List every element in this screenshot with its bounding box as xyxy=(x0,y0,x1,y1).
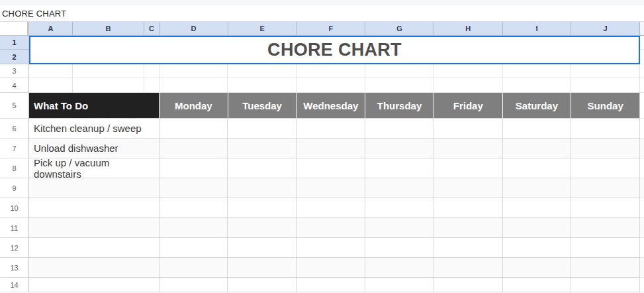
grid-cell[interactable] xyxy=(297,139,365,158)
grid-cell[interactable] xyxy=(160,238,228,258)
grid-cell[interactable] xyxy=(434,198,503,218)
grid-cell[interactable] xyxy=(434,64,503,78)
row-header-10[interactable]: 10 xyxy=(0,198,29,218)
grid-cell[interactable] xyxy=(365,198,434,218)
grid-cell[interactable] xyxy=(297,278,365,292)
grid-cell[interactable] xyxy=(228,278,297,292)
grid-cell[interactable] xyxy=(297,78,365,93)
grid-cell[interactable] xyxy=(571,78,640,93)
grid-cell[interactable] xyxy=(297,64,365,78)
grid-cell[interactable] xyxy=(160,139,228,158)
grid-cell[interactable] xyxy=(503,198,571,218)
day-header-friday[interactable]: Friday xyxy=(434,93,503,119)
grid-cell[interactable] xyxy=(503,64,571,78)
grid-cell[interactable] xyxy=(365,78,434,93)
grid-cell[interactable] xyxy=(434,119,503,139)
grid-cell[interactable] xyxy=(365,278,434,292)
grid-cell[interactable] xyxy=(434,139,503,158)
row-header-12[interactable]: 12 xyxy=(0,238,29,258)
column-header-j[interactable]: J xyxy=(571,22,640,36)
grid-cell[interactable] xyxy=(434,258,503,278)
grid-cell[interactable] xyxy=(365,258,434,278)
row-header-5[interactable]: 5 xyxy=(0,93,29,119)
row-header-8[interactable]: 8 xyxy=(0,158,29,178)
grid-cell[interactable] xyxy=(73,78,144,93)
grid-cell[interactable] xyxy=(228,178,297,198)
grid-cell[interactable] xyxy=(434,218,503,238)
select-all-corner[interactable] xyxy=(0,22,29,36)
grid-cell[interactable] xyxy=(434,238,503,258)
column-header-i[interactable]: I xyxy=(503,22,572,36)
grid-cell[interactable] xyxy=(571,198,640,218)
row-header-11[interactable]: 11 xyxy=(0,218,29,238)
column-header-a[interactable]: A xyxy=(29,22,73,36)
row-header-3[interactable]: 3 xyxy=(0,64,29,78)
grid-cell[interactable] xyxy=(228,158,297,178)
grid-cell[interactable] xyxy=(571,158,640,178)
grid-cell[interactable] xyxy=(297,238,365,258)
row-header-7[interactable]: 7 xyxy=(0,139,29,158)
column-header-e[interactable]: E xyxy=(228,22,297,36)
grid-cell[interactable] xyxy=(503,139,571,158)
grid-cell[interactable] xyxy=(297,119,365,139)
grid-cell[interactable] xyxy=(571,178,640,198)
grid-cell[interactable] xyxy=(160,158,228,178)
grid-cell[interactable] xyxy=(571,119,640,139)
grid-cell[interactable] xyxy=(503,258,571,278)
grid-cell[interactable] xyxy=(297,198,365,218)
chore-cell[interactable] xyxy=(29,238,160,258)
grid-cell[interactable] xyxy=(160,198,228,218)
chore-cell[interactable] xyxy=(29,218,160,238)
grid-cell[interactable] xyxy=(228,78,297,93)
grid-cell[interactable] xyxy=(365,238,434,258)
day-header-thursday[interactable]: Thursday xyxy=(365,93,434,119)
grid-cell[interactable] xyxy=(571,139,640,158)
grid-cell[interactable] xyxy=(503,238,571,258)
title-cell[interactable]: CHORE CHART xyxy=(29,36,640,64)
chore-cell[interactable]: Unload dishwasher xyxy=(29,139,160,158)
day-header-sunday[interactable]: Sunday xyxy=(571,93,640,119)
grid-cell[interactable] xyxy=(160,64,228,78)
row-header-14[interactable]: 14 xyxy=(0,278,29,292)
column-header-g[interactable]: G xyxy=(365,22,434,36)
day-header-saturday[interactable]: Saturday xyxy=(503,93,572,119)
grid-cell[interactable] xyxy=(228,238,297,258)
grid-cell[interactable] xyxy=(365,119,434,139)
column-header-b[interactable]: B xyxy=(73,22,144,36)
chore-cell[interactable] xyxy=(29,198,160,218)
chore-cell[interactable] xyxy=(29,278,160,292)
grid-cell[interactable] xyxy=(73,64,144,78)
grid-cell[interactable] xyxy=(503,178,571,198)
row-header-13[interactable]: 13 xyxy=(0,258,29,278)
grid-cell[interactable] xyxy=(160,78,228,93)
grid-cell[interactable] xyxy=(297,178,365,198)
grid-cell[interactable] xyxy=(297,258,365,278)
grid-cell[interactable] xyxy=(29,64,73,78)
grid-cell[interactable] xyxy=(503,158,571,178)
column-header-c[interactable]: C xyxy=(144,22,160,36)
grid-cell[interactable] xyxy=(365,64,434,78)
column-header-f[interactable]: F xyxy=(297,22,365,36)
grid-cell[interactable] xyxy=(434,278,503,292)
grid-cell[interactable] xyxy=(434,178,503,198)
grid-cell[interactable] xyxy=(160,119,228,139)
grid-cell[interactable] xyxy=(160,218,228,238)
grid-cell[interactable] xyxy=(365,178,434,198)
grid-cell[interactable] xyxy=(503,119,571,139)
grid-cell[interactable] xyxy=(228,258,297,278)
chore-cell[interactable] xyxy=(29,178,160,198)
grid-cell[interactable] xyxy=(228,64,297,78)
grid-cell[interactable] xyxy=(297,158,365,178)
what-to-do-header-cell[interactable]: What To Do xyxy=(29,93,160,119)
grid-cell[interactable] xyxy=(571,218,640,238)
grid-cell[interactable] xyxy=(228,139,297,158)
day-header-tuesday[interactable]: Tuesday xyxy=(228,93,297,119)
grid-cell[interactable] xyxy=(228,198,297,218)
grid-cell[interactable] xyxy=(434,158,503,178)
grid-cell[interactable] xyxy=(503,278,571,292)
column-header-d[interactable]: D xyxy=(160,22,228,36)
grid-cell[interactable] xyxy=(144,78,160,93)
grid-cell[interactable] xyxy=(365,158,434,178)
day-header-monday[interactable]: Monday xyxy=(160,93,228,119)
grid-cell[interactable] xyxy=(297,218,365,238)
